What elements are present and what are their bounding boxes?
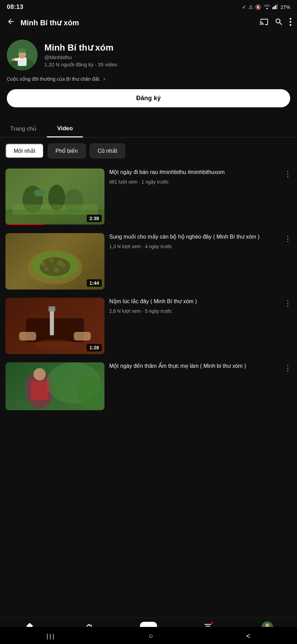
video-item: 1:44 Sung muối cho mấy cán bộ hộ nghèo đ…: [0, 229, 297, 294]
status-bar: 08:13 ✓ ⚠ 🔇 27%: [0, 0, 297, 13]
channel-description: Cuộc sống đời thường của Bí thư chân đất…: [7, 75, 290, 82]
video-more-options-icon[interactable]: ⋮: [283, 298, 292, 308]
video-thumbnail[interactable]: 1:28: [5, 298, 104, 354]
channel-name: Minh Bí thư xóm: [44, 42, 290, 53]
video-duration: 2:38: [87, 215, 102, 222]
warning-icon: ⚠: [249, 4, 253, 10]
video-info: 681 lượt xem · 1 ngày trước: [109, 179, 278, 186]
filter-popular[interactable]: Phổ biến: [48, 144, 86, 158]
filter-oldest[interactable]: Cũ nhất: [90, 144, 125, 158]
svg-rect-12: [18, 49, 26, 52]
video-list: 2:38 Một ngày đi bán rau #minhbithu #min…: [0, 164, 297, 444]
svg-point-39: [34, 340, 75, 348]
svg-rect-22: [12, 204, 98, 215]
video-title: Một ngày đến thăm Ẩm thực mẹ làm ( Minh …: [109, 362, 278, 370]
progress-fill: [5, 224, 45, 225]
video-more-options-icon[interactable]: ⋮: [283, 169, 292, 179]
svg-rect-45: [31, 381, 48, 400]
video-item: Một ngày đến thăm Ẩm thực mẹ làm ( Minh …: [0, 358, 297, 410]
channel-handle: @Minhbithu: [44, 54, 290, 60]
filter-pills: Mới nhất Phổ biến Cũ nhất: [0, 137, 297, 164]
svg-rect-36: [48, 306, 55, 311]
mute-icon: 🔇: [255, 4, 261, 10]
notification-dot: [210, 621, 214, 625]
video-meta: Sung muối cho mấy cán bộ hộ nghèo đây ( …: [109, 233, 278, 250]
signal-icon: [272, 4, 279, 10]
channel-header: Minh Bí thư xóm @Minhbithu 1,32 N người …: [7, 40, 290, 70]
svg-point-4: [290, 18, 292, 19]
video-duration: 1:44: [87, 279, 102, 287]
video-thumbnail[interactable]: 1:44: [5, 233, 104, 290]
gesture-home-icon[interactable]: ○: [148, 632, 153, 641]
svg-rect-14: [12, 59, 15, 61]
svg-rect-35: [50, 308, 54, 335]
svg-rect-3: [277, 4, 278, 9]
svg-point-42: [33, 368, 46, 380]
nav-action-buttons: [259, 17, 292, 28]
progress-bar: [5, 224, 104, 225]
gesture-recents-icon[interactable]: |||: [46, 633, 55, 640]
video-item: 1:28 Nộm lúc lắc đây ( Minh Bí thư xóm )…: [0, 294, 297, 358]
battery-status: 27%: [281, 4, 290, 10]
wifi-icon: [264, 4, 270, 10]
svg-rect-38: [74, 332, 91, 340]
video-thumbnail[interactable]: 2:38: [5, 169, 104, 225]
cast-icon[interactable]: [259, 18, 268, 28]
video-more-options-icon[interactable]: ⋮: [283, 362, 292, 373]
svg-point-32: [40, 257, 70, 276]
channel-info: Minh Bí thư xóm @Minhbithu 1,32 N người …: [44, 42, 290, 68]
video-meta: Một ngày đi bán rau #minhbithu #minhbith…: [109, 169, 278, 186]
video-title: Sung muối cho mấy cán bộ hộ nghèo đây ( …: [109, 233, 278, 241]
svg-point-44: [77, 376, 104, 410]
channel-profile: Minh Bí thư xóm @Minhbithu 1,32 N người …: [0, 33, 297, 113]
svg-rect-20: [35, 190, 44, 197]
video-duration: 1:28: [87, 344, 102, 351]
search-icon[interactable]: [274, 17, 283, 28]
svg-rect-1: [274, 6, 275, 9]
system-gesture-bar: ||| ○ <: [0, 627, 297, 644]
channel-stats: 1,32 N người đăng ký · 35 video: [44, 62, 290, 68]
video-meta: Nộm lúc lắc đây ( Minh Bí thư xóm ) 2,6 …: [109, 298, 278, 315]
subscribe-button[interactable]: Đăng ký: [7, 89, 290, 107]
svg-rect-2: [275, 5, 276, 9]
channel-tabs: Trang chủ Video: [0, 120, 297, 137]
svg-point-5: [290, 21, 292, 23]
video-more-options-icon[interactable]: ⋮: [283, 233, 292, 243]
video-thumbnail[interactable]: [5, 362, 104, 410]
svg-rect-37: [19, 332, 36, 340]
status-time: 08:13: [7, 3, 24, 11]
tab-home[interactable]: Trang chủ: [0, 120, 47, 137]
svg-rect-9: [18, 57, 27, 66]
channel-page-title: Minh Bí thư xóm: [20, 18, 255, 27]
filter-newest[interactable]: Mới nhất: [5, 144, 44, 158]
tab-video[interactable]: Video: [47, 120, 83, 137]
video-title: Một ngày đi bán rau #minhbithu #minhbith…: [109, 169, 278, 176]
status-icons: ✓ ⚠ 🔇 27%: [242, 4, 290, 10]
gesture-back-icon[interactable]: <: [246, 632, 251, 641]
video-info: 1,3 N lượt xem · 4 ngày trước: [109, 243, 278, 250]
video-info: 2,6 N lượt xem · 5 ngày trước: [109, 308, 278, 315]
more-options-icon[interactable]: [289, 18, 292, 28]
checkmark-icon: ✓: [242, 4, 246, 10]
svg-point-6: [290, 24, 292, 26]
description-expand-icon[interactable]: ›: [103, 75, 105, 82]
back-button[interactable]: [5, 16, 16, 29]
svg-rect-0: [272, 7, 273, 9]
video-meta: Một ngày đến thăm Ẩm thực mẹ làm ( Minh …: [109, 362, 278, 373]
video-title: Nộm lúc lắc đây ( Minh Bí thư xóm ): [109, 298, 278, 305]
top-navigation: Minh Bí thư xóm: [0, 13, 297, 33]
avatar: [7, 40, 38, 70]
video-item: 2:38 Một ngày đi bán rau #minhbithu #min…: [0, 164, 297, 229]
